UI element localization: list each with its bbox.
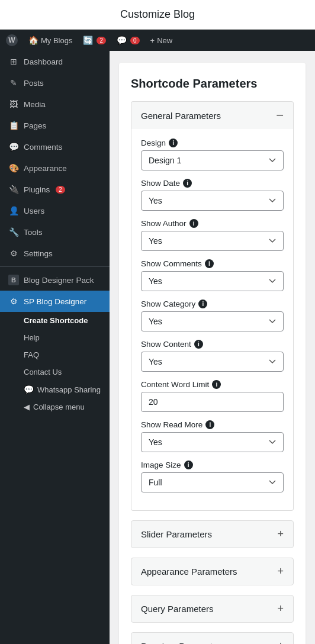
sidebar-item-blog-designer-pack[interactable]: B Blog Designer Pack xyxy=(0,269,110,291)
query-params-accordion[interactable]: Query Parameters + xyxy=(131,595,294,623)
sidebar-label-media: Media xyxy=(24,100,46,109)
comments-sidebar-icon: 💬 xyxy=(8,141,19,152)
updates-icon: 🔄 xyxy=(83,36,93,45)
shortcode-parameters-card: Shortcode Parameters General Parameters … xyxy=(119,63,306,644)
show-read-more-info-icon[interactable]: i xyxy=(205,420,214,429)
sidebar-label-dashboard: Dashboard xyxy=(24,57,63,66)
submenu-item-collapse-menu[interactable]: ◀ Collapse menu xyxy=(0,398,110,416)
design-info-icon[interactable]: i xyxy=(169,139,178,147)
sidebar-item-media[interactable]: 🖼 Media xyxy=(0,94,110,115)
content-word-limit-input[interactable] xyxy=(141,392,284,412)
image-size-field-group: Image Size i Full Medium Thumbnail xyxy=(141,461,284,492)
new-icon: + xyxy=(150,36,155,45)
content-word-limit-field-group: Content Word Limit i xyxy=(141,380,284,412)
sidebar-label-tools: Tools xyxy=(24,228,43,237)
show-category-field-group: Show Category i Yes No xyxy=(141,300,284,331)
sidebar-item-settings[interactable]: ⚙ Settings xyxy=(0,243,110,264)
pages-icon: 📋 xyxy=(8,120,19,131)
users-icon: 👤 xyxy=(8,205,19,216)
premium-params-accordion[interactable]: Premium Parameters + xyxy=(131,632,294,644)
submenu-item-faq[interactable]: FAQ xyxy=(0,346,110,363)
help-label: Help xyxy=(24,333,40,342)
query-params-expand-icon: + xyxy=(277,603,284,615)
admin-bar-my-blogs[interactable]: 🏠 My Blogs xyxy=(28,36,72,45)
posts-icon: ✎ xyxy=(8,78,19,88)
appearance-params-accordion[interactable]: Appearance Parameters + xyxy=(131,558,294,585)
plugins-badge: 2 xyxy=(56,186,65,194)
general-params-collapse-btn[interactable]: − xyxy=(276,109,284,122)
dashboard-icon: ⊞ xyxy=(8,56,19,67)
content-area: Shortcode Parameters General Parameters … xyxy=(110,51,315,644)
admin-bar-updates[interactable]: 🔄 2 xyxy=(83,36,106,45)
submenu-item-whatsapp-sharing[interactable]: 💬 Whatsapp Sharing xyxy=(0,381,110,398)
appearance-params-label: Appearance Parameters xyxy=(141,566,237,577)
submenu: Create Shortcode Help FAQ Contact Us 💬 W… xyxy=(0,312,110,416)
whatsapp-icon: 💬 xyxy=(24,385,34,394)
admin-bar-new[interactable]: + New xyxy=(150,36,173,45)
show-comments-label: Show Comments i xyxy=(141,259,284,268)
admin-bar-comments[interactable]: 💬 0 xyxy=(117,36,140,45)
submenu-item-contact-us[interactable]: Contact Us xyxy=(0,363,110,381)
media-icon: 🖼 xyxy=(8,99,19,110)
general-params-accordion[interactable]: General Parameters − xyxy=(131,101,294,129)
show-author-select[interactable]: Yes No xyxy=(141,231,284,251)
general-params-label: General Parameters xyxy=(141,111,221,121)
sidebar-label-sp-blog-designer: SP Blog Designer xyxy=(24,297,86,306)
new-label: New xyxy=(157,36,172,45)
show-read-more-select[interactable]: Yes No xyxy=(141,432,284,452)
show-category-select[interactable]: Yes No xyxy=(141,311,284,331)
show-category-info-icon[interactable]: i xyxy=(198,300,207,308)
sidebar-item-plugins[interactable]: 🔌 Plugins 2 xyxy=(0,179,110,200)
show-date-select[interactable]: Yes No xyxy=(141,191,284,211)
show-date-info-icon[interactable]: i xyxy=(183,179,192,188)
sidebar-item-sp-blog-designer[interactable]: ⚙ SP Blog Designer xyxy=(0,291,110,312)
design-select[interactable]: Design 1 Design 2 Design 3 xyxy=(141,150,284,170)
content-word-limit-info-icon[interactable]: i xyxy=(212,380,221,389)
blog-designer-pack-icon: B xyxy=(8,275,19,285)
comments-badge: 0 xyxy=(130,37,140,44)
design-field-group: Design i Design 1 Design 2 Design 3 xyxy=(141,139,284,170)
show-comments-select[interactable]: Yes No xyxy=(141,271,284,291)
sidebar-label-appearance: Appearance xyxy=(24,164,67,173)
slider-params-label: Slider Parameters xyxy=(141,529,212,539)
show-content-field-group: Show Content i Yes No xyxy=(141,340,284,372)
sidebar-label-posts: Posts xyxy=(24,79,44,88)
sp-blog-designer-icon: ⚙ xyxy=(8,296,19,307)
sidebar-label-settings: Settings xyxy=(24,249,53,258)
sidebar-item-dashboard[interactable]: ⊞ Dashboard xyxy=(0,51,110,72)
show-content-info-icon[interactable]: i xyxy=(194,340,203,349)
show-author-label: Show Author i xyxy=(141,219,284,228)
sidebar-label-blog-designer-pack: Blog Designer Pack xyxy=(24,276,94,285)
show-read-more-field-group: Show Read More i Yes No xyxy=(141,420,284,452)
sidebar-item-pages[interactable]: 📋 Pages xyxy=(0,115,110,136)
sidebar-item-tools[interactable]: 🔧 Tools xyxy=(0,221,110,243)
appearance-icon: 🎨 xyxy=(8,163,19,173)
show-author-info-icon[interactable]: i xyxy=(189,219,198,228)
sidebar-item-comments[interactable]: 💬 Comments xyxy=(0,136,110,157)
sidebar-item-posts[interactable]: ✎ Posts xyxy=(0,72,110,94)
submenu-item-create-shortcode[interactable]: Create Shortcode xyxy=(0,312,110,329)
show-category-label: Show Category i xyxy=(141,300,284,308)
show-comments-field-group: Show Comments i Yes No xyxy=(141,259,284,291)
settings-icon: ⚙ xyxy=(8,248,19,259)
show-content-select[interactable]: Yes No xyxy=(141,352,284,372)
image-size-select[interactable]: Full Medium Thumbnail xyxy=(141,472,284,492)
slider-params-expand-icon: + xyxy=(277,528,284,540)
sidebar-item-users[interactable]: 👤 Users xyxy=(0,200,110,221)
home-icon: 🏠 xyxy=(28,36,38,45)
slider-params-accordion[interactable]: Slider Parameters + xyxy=(131,520,294,548)
wp-logo-icon[interactable]: W xyxy=(6,34,18,46)
plugins-icon: 🔌 xyxy=(8,184,19,195)
premium-params-label: Premium Parameters xyxy=(141,641,225,644)
premium-params-expand-icon: + xyxy=(277,640,284,644)
sidebar: ⊞ Dashboard ✎ Posts 🖼 Media 📋 Pages 💬 Co… xyxy=(0,51,110,644)
submenu-item-help[interactable]: Help xyxy=(0,329,110,346)
updates-badge: 2 xyxy=(97,37,106,44)
sidebar-item-appearance[interactable]: 🎨 Appearance xyxy=(0,157,110,179)
image-size-info-icon[interactable]: i xyxy=(184,461,193,469)
show-comments-info-icon[interactable]: i xyxy=(205,259,214,268)
general-params-content: Design i Design 1 Design 2 Design 3 Show… xyxy=(131,129,294,511)
show-date-label: Show Date i xyxy=(141,179,284,188)
collapse-menu-label: Collapse menu xyxy=(33,402,85,411)
sidebar-divider xyxy=(0,266,110,267)
